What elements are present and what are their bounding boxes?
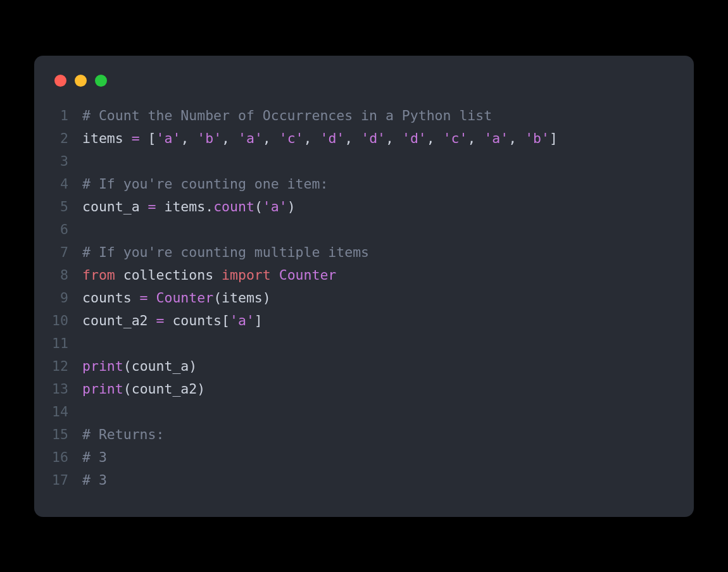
- code-token: ,: [508, 130, 525, 146]
- code-token: (: [254, 199, 263, 214]
- close-icon[interactable]: [54, 75, 66, 87]
- code-token: ): [197, 381, 205, 397]
- code-content[interactable]: counts = Counter(items): [82, 287, 271, 309]
- code-token: 'd': [320, 130, 344, 146]
- code-token: count_a2: [82, 313, 156, 328]
- line-number: 13: [52, 378, 82, 401]
- line-number: 3: [52, 150, 82, 173]
- code-token: # If you're counting multiple items: [82, 244, 369, 260]
- code-content[interactable]: items = ['a', 'b', 'a', 'c', 'd', 'd', '…: [82, 127, 558, 150]
- code-content[interactable]: [82, 332, 91, 355]
- code-token: ,: [344, 130, 361, 146]
- code-content[interactable]: # If you're counting multiple items: [82, 241, 369, 264]
- code-content[interactable]: print(count_a): [82, 355, 197, 378]
- zoom-icon[interactable]: [95, 75, 107, 87]
- code-content[interactable]: # 3: [82, 446, 107, 469]
- code-token: import: [222, 267, 271, 283]
- line-number: 11: [52, 332, 82, 355]
- code-token: counts: [82, 290, 140, 306]
- line-number: 14: [52, 401, 82, 423]
- code-token: 'a': [230, 313, 254, 328]
- code-content[interactable]: # Returns:: [82, 423, 164, 446]
- code-token: print: [82, 381, 123, 397]
- code-token: # If you're counting one item:: [82, 176, 328, 192]
- code-token: =: [140, 290, 148, 306]
- code-line: 12print(count_a): [52, 355, 676, 378]
- window-titlebar: [52, 72, 676, 104]
- code-content[interactable]: # 3: [82, 469, 107, 492]
- line-number: 15: [52, 423, 82, 446]
- code-token: (: [123, 358, 132, 374]
- code-content[interactable]: [82, 218, 91, 241]
- code-area[interactable]: 1# Count the Number of Occurrences in a …: [52, 104, 676, 492]
- code-content[interactable]: [82, 401, 91, 423]
- code-token: items: [82, 130, 132, 146]
- code-line: 1# Count the Number of Occurrences in a …: [52, 104, 676, 127]
- code-token: [: [222, 313, 230, 328]
- code-token: =: [148, 199, 156, 214]
- code-token: ): [287, 199, 296, 214]
- code-token: ]: [254, 313, 263, 328]
- code-content[interactable]: print(count_a2): [82, 378, 205, 401]
- code-content[interactable]: from collections import Counter: [82, 264, 336, 287]
- code-line: 9counts = Counter(items): [52, 287, 676, 309]
- code-token: count: [213, 199, 254, 214]
- line-number: 17: [52, 469, 82, 492]
- code-token: [271, 267, 279, 283]
- code-token: ): [189, 358, 197, 374]
- code-token: # Count the Number of Occurrences in a P…: [82, 108, 492, 123]
- code-token: count_a: [82, 199, 148, 214]
- code-content[interactable]: # If you're counting one item:: [82, 173, 328, 196]
- code-content[interactable]: count_a = items.count('a'): [82, 196, 296, 218]
- code-line: 6: [52, 218, 676, 241]
- code-line: 17# 3: [52, 469, 676, 492]
- code-token: 'a': [484, 130, 508, 146]
- code-token: count_a: [132, 358, 189, 374]
- code-token: [148, 290, 156, 306]
- minimize-icon[interactable]: [75, 75, 87, 87]
- line-number: 2: [52, 127, 82, 150]
- code-line: 16# 3: [52, 446, 676, 469]
- code-token: 'c': [279, 130, 304, 146]
- code-editor-window: 1# Count the Number of Occurrences in a …: [34, 56, 694, 517]
- code-token: items: [222, 290, 263, 306]
- line-number: 5: [52, 196, 82, 218]
- code-token: ,: [468, 130, 484, 146]
- code-line: 7# If you're counting multiple items: [52, 241, 676, 264]
- code-token: ]: [549, 130, 558, 146]
- line-number: 10: [52, 309, 82, 332]
- code-token: =: [132, 130, 140, 146]
- code-content[interactable]: # Count the Number of Occurrences in a P…: [82, 104, 492, 127]
- code-token: [140, 130, 148, 146]
- code-token: [: [148, 130, 156, 146]
- code-token: # 3: [82, 472, 107, 488]
- code-token: 'a': [156, 130, 181, 146]
- code-content[interactable]: [82, 150, 91, 173]
- line-number: 4: [52, 173, 82, 196]
- code-token: counts: [164, 313, 222, 328]
- code-token: print: [82, 358, 123, 374]
- code-token: Counter: [156, 290, 214, 306]
- line-number: 1: [52, 104, 82, 127]
- code-content[interactable]: count_a2 = counts['a']: [82, 309, 263, 332]
- code-token: 'a': [263, 199, 287, 214]
- code-token: from: [82, 267, 115, 283]
- line-number: 12: [52, 355, 82, 378]
- code-token: # 3: [82, 449, 107, 465]
- code-token: collections: [115, 267, 222, 283]
- code-line: 14: [52, 401, 676, 423]
- code-token: ): [263, 290, 271, 306]
- code-token: 'c': [443, 130, 468, 146]
- code-line: 2items = ['a', 'b', 'a', 'c', 'd', 'd', …: [52, 127, 676, 150]
- code-line: 15# Returns:: [52, 423, 676, 446]
- code-token: items: [156, 199, 206, 214]
- line-number: 8: [52, 264, 82, 287]
- line-number: 16: [52, 446, 82, 469]
- line-number: 7: [52, 241, 82, 264]
- code-token: 'd': [402, 130, 427, 146]
- code-line: 10count_a2 = counts['a']: [52, 309, 676, 332]
- code-line: 4# If you're counting one item:: [52, 173, 676, 196]
- code-line: 13print(count_a2): [52, 378, 676, 401]
- code-line: 8from collections import Counter: [52, 264, 676, 287]
- code-token: ,: [304, 130, 320, 146]
